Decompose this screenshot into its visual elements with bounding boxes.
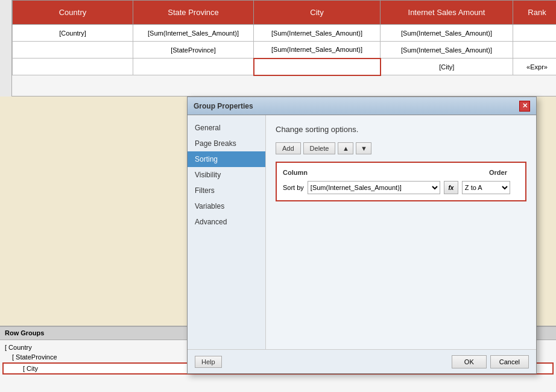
nav-advanced[interactable]: Advanced: [188, 214, 265, 230]
nav-variables[interactable]: Variables: [188, 198, 265, 214]
add-button[interactable]: Add: [276, 142, 301, 154]
dialog-content: Change sorting options. Add Delete ▲ ▼ C…: [266, 115, 536, 349]
dialog-body: General Page Breaks Sorting Visibility F…: [188, 115, 536, 349]
nav-page-breaks[interactable]: Page Breaks: [188, 136, 265, 151]
up-button[interactable]: ▲: [338, 142, 353, 154]
header-rank: Rank: [513, 1, 557, 25]
report-table-area: Country State Province City Internet Sal…: [0, 0, 556, 96]
cell-rank-3: «Expr»: [513, 58, 557, 75]
dialog-close-button[interactable]: ✕: [519, 101, 530, 112]
header-state: State Province: [133, 1, 254, 25]
help-button[interactable]: Help: [195, 356, 222, 368]
cell-state-3: [133, 58, 254, 75]
footer-buttons: OK Cancel: [452, 355, 529, 368]
cell-country-2: [13, 42, 133, 58]
dialog-nav: General Page Breaks Sorting Visibility F…: [188, 115, 266, 349]
report-table: Country State Province City Internet Sal…: [12, 0, 556, 76]
dialog-titlebar: Group Properties ✕: [188, 97, 536, 115]
cell-sales-3: [City]: [381, 58, 513, 75]
row-groups-label: Row Groups: [5, 329, 44, 337]
header-city: City: [254, 1, 381, 25]
ok-button[interactable]: OK: [452, 355, 487, 368]
down-button[interactable]: ▼: [356, 142, 371, 154]
nav-visibility[interactable]: Visibility: [188, 167, 265, 183]
nav-filters[interactable]: Filters: [188, 183, 265, 198]
cell-city-1: [Sum(Internet_Sales_Amount)]: [254, 25, 381, 42]
cell-sales-1: [Sum(Internet_Sales_Amount)]: [381, 25, 513, 42]
cell-rank-1: [513, 25, 557, 42]
dialog-title: Group Properties: [194, 102, 253, 110]
sort-row: Sort by [Sum(Internet_Sales_Amount)] fx …: [283, 181, 519, 194]
cell-city-3[interactable]: [254, 58, 381, 75]
nav-general[interactable]: General: [188, 120, 265, 136]
sort-by-label: Sort by: [283, 184, 304, 191]
delete-button[interactable]: Delete: [303, 142, 336, 154]
cell-city-2: [Sum(Internet_Sales_Amount)]: [254, 42, 381, 58]
header-sales: Internet Sales Amount: [381, 1, 513, 25]
nav-sorting[interactable]: Sorting: [188, 151, 265, 167]
column-header: Column: [283, 169, 308, 176]
sorting-header: Column Order: [283, 169, 519, 176]
cell-state-1: [Sum(Internet_Sales_Amount)]: [133, 25, 254, 42]
order-header: Order: [489, 169, 507, 176]
cancel-button[interactable]: Cancel: [490, 355, 529, 368]
cell-rank-2: [513, 42, 557, 58]
dialog-footer: Help OK Cancel: [188, 349, 536, 373]
cell-country-1: [Country]: [13, 25, 133, 42]
toolbar-row: Add Delete ▲ ▼: [276, 142, 526, 154]
sorting-box: Column Order Sort by [Sum(Internet_Sales…: [276, 162, 526, 201]
sort-column-select[interactable]: [Sum(Internet_Sales_Amount)]: [308, 181, 440, 194]
cell-country-3: [13, 58, 133, 75]
group-properties-dialog: Group Properties ✕ General Page Breaks S…: [187, 96, 537, 374]
left-sidebar: [0, 0, 12, 96]
header-country: Country: [13, 1, 133, 25]
content-title: Change sorting options.: [276, 125, 526, 134]
cell-state-2: [StateProvince]: [133, 42, 254, 58]
sort-order-select[interactable]: Z to A A to Z: [462, 181, 510, 194]
cell-sales-2: [Sum(Internet_Sales_Amount)]: [381, 42, 513, 58]
fx-button[interactable]: fx: [444, 181, 458, 194]
